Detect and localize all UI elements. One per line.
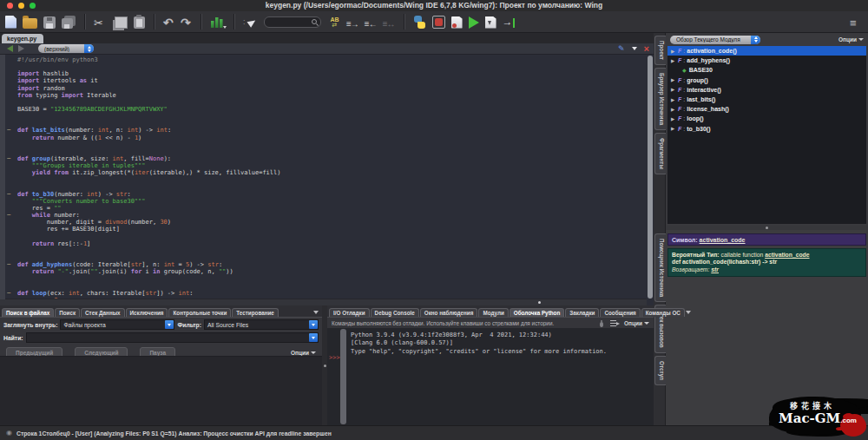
code-line[interactable]: −def loop(ecx: int, chars: Iterable[str]… (0, 290, 647, 297)
symbol-row-interactive[interactable]: ▶F:interactive() (667, 85, 866, 95)
code-line[interactable] (0, 141, 647, 148)
code-line[interactable]: return "-".join("".join(i) for i in grou… (0, 268, 647, 275)
code-line[interactable]: #!/usr/bin/env python3 (0, 56, 647, 63)
tab-оболочка-python[interactable]: Оболочка Python (510, 308, 564, 318)
status-bug-icon[interactable]: ◉ (6, 430, 12, 437)
expander-icon[interactable]: ▶ (671, 87, 678, 92)
tab-команды-ос[interactable]: Команды ОС (641, 308, 685, 318)
tab-overflow-chevron-icon[interactable] (686, 311, 691, 314)
fold-marker-icon[interactable]: − (7, 212, 11, 219)
code-line[interactable]: −def add_hyphens(code: Iterable[str], n:… (0, 261, 647, 268)
code-line[interactable]: res += BASE30[digit] (0, 226, 647, 233)
expander-icon[interactable]: ▶ (671, 97, 678, 102)
tool-tab-отступ[interactable]: Отступ (654, 356, 666, 385)
code-line[interactable]: from typing import Iterable (0, 92, 647, 99)
code-line[interactable] (0, 247, 647, 254)
code-line[interactable] (0, 184, 647, 191)
scope-stepper[interactable] (84, 44, 94, 53)
code-line[interactable] (0, 148, 647, 155)
editor-horizontal-scrollbar[interactable] (0, 299, 647, 305)
editor-tab-keygen[interactable]: keygen.py (2, 34, 43, 43)
save-button[interactable] (43, 16, 56, 29)
expander-icon[interactable]: ▶ (671, 77, 678, 82)
find-combobox[interactable] (26, 332, 319, 343)
tab-закладки[interactable]: Закладки (565, 308, 599, 318)
code-line[interactable]: yield from it.zip_longest(*(iter(iterabl… (0, 169, 647, 176)
new-file-button[interactable] (5, 16, 16, 29)
editor-vertical-scrollbar[interactable] (648, 56, 653, 299)
filter-combobox[interactable]: All Source Files (204, 319, 319, 330)
tab-i-o-отладки[interactable]: I/O Отладки (329, 308, 370, 318)
code-line[interactable]: −def group(iterable, size: int, fill=Non… (0, 155, 647, 162)
code-line[interactable] (0, 233, 647, 240)
edit-pencil-icon[interactable]: ✎ (618, 45, 625, 53)
symbol-row-license_hash[interactable]: ▶F:license_hash() (667, 104, 866, 114)
code-line[interactable]: return number & ((1 << n) - 1) (0, 135, 647, 141)
code-line[interactable]: import itertools as it (0, 77, 647, 84)
code-editor[interactable]: #!/usr/bin/env python3import hashlibimpo… (0, 55, 647, 299)
browser-mode-stepper[interactable] (751, 36, 760, 44)
tab-поиск-в-файлах[interactable]: Поиск в файлах (2, 308, 54, 318)
cut-button[interactable] (94, 15, 105, 29)
type-link[interactable]: activation_code (765, 252, 809, 258)
code-line[interactable] (0, 176, 647, 183)
code-line[interactable]: −def to_b30(number: int) -> str: (0, 191, 647, 198)
tab-overflow-chevron-icon[interactable] (313, 311, 319, 314)
tool-tab-проект[interactable]: Проект (654, 36, 666, 65)
tab-тестирование[interactable]: Тестирование (232, 308, 279, 318)
debug-file-button[interactable] (451, 16, 463, 29)
code-line[interactable]: −def last_bits(number: int, n: int) -> i… (0, 127, 647, 134)
tool-tab-помощник-источника[interactable]: Помощник Источника (654, 233, 666, 302)
browser-options-button[interactable]: Опции (838, 36, 864, 43)
outdent-button[interactable] (365, 15, 377, 29)
code-line[interactable]: res = "" (0, 205, 647, 212)
python-icon[interactable] (413, 16, 426, 29)
tab-исключения[interactable]: Исключения (126, 308, 168, 318)
expander-icon[interactable]: ▶ (671, 49, 678, 54)
tab-debug-console[interactable]: Debug Console (371, 308, 419, 318)
code-line[interactable]: import random (0, 85, 647, 92)
code-line[interactable]: number, digit = divmod(number, 30) (0, 219, 647, 226)
open-file-button[interactable] (23, 18, 37, 29)
run-button[interactable] (469, 16, 479, 29)
hscroll-thumb[interactable] (538, 301, 541, 304)
pane-close-icon[interactable]: × (644, 44, 649, 53)
code-line[interactable] (0, 254, 647, 261)
fold-marker-icon[interactable]: − (7, 127, 11, 134)
redo-button[interactable] (181, 15, 192, 29)
code-line[interactable]: return res[::-1] (0, 240, 647, 247)
code-line[interactable]: − while number: (0, 212, 647, 219)
save-as-button[interactable] (62, 18, 73, 29)
debug-button[interactable] (485, 16, 496, 29)
fold-marker-icon[interactable]: − (7, 290, 11, 297)
tab-стек-данных[interactable]: Стек Данных (81, 308, 125, 318)
expander-icon[interactable]: ▶ (671, 107, 678, 112)
pointer-button[interactable] (243, 16, 256, 29)
profile-button[interactable] (210, 16, 225, 29)
symbol-row-group[interactable]: ▶F:group() (667, 76, 866, 85)
paste-button[interactable] (134, 16, 145, 29)
code-line[interactable] (0, 113, 647, 120)
search-options-button[interactable]: Опции (291, 350, 316, 356)
expander-icon[interactable]: ▶ (671, 58, 678, 63)
tab-сообщения[interactable]: Сообщения (600, 308, 640, 318)
toolbar-search-input[interactable] (264, 16, 321, 28)
debug-bug-icon[interactable] (597, 319, 605, 327)
lookin-dropdown-button[interactable] (165, 320, 174, 329)
step-into-button[interactable] (503, 16, 516, 29)
shell-scrollbar[interactable] (340, 329, 346, 424)
code-line[interactable] (0, 275, 647, 282)
expander-icon[interactable]: ▶ (671, 126, 678, 131)
code-line[interactable]: """Converts number to base30""" (0, 198, 647, 205)
indent-button[interactable] (346, 15, 358, 29)
code-line[interactable] (0, 63, 647, 70)
undo-button[interactable] (163, 15, 174, 29)
tool-tab-браузер-источника[interactable]: Браузер Источника (654, 68, 666, 130)
menu-button[interactable] (850, 15, 861, 29)
pane-menu-chevron-icon[interactable] (632, 47, 637, 50)
history-forward-icon[interactable] (18, 45, 24, 52)
search-results-area[interactable] (0, 356, 322, 425)
tab-поиск[interactable]: Поиск (55, 308, 80, 318)
lookin-combobox[interactable]: Файлы проекта (60, 319, 174, 330)
breakpoint-margin[interactable] (0, 55, 5, 299)
